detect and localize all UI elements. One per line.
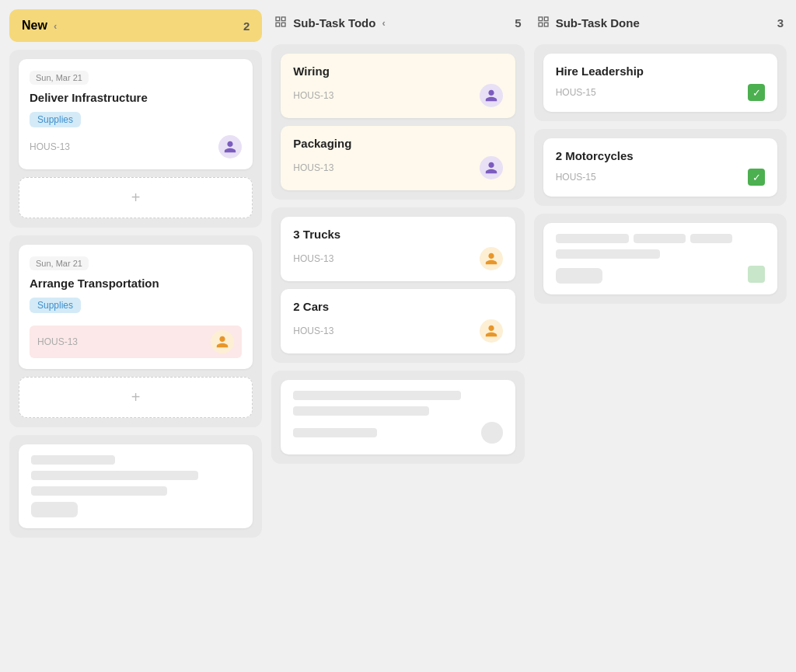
column-title-subtask-todo: Sub-Task Todo	[293, 16, 375, 30]
avatar-3trucks	[480, 247, 503, 270]
column-new: New ‹ 2 Sun, Mar 21 Deliver Infrastructu…	[9, 9, 262, 538]
card-deliver-infrastructure: Sun, Mar 21 Deliver Infrastructure Suppl…	[19, 59, 253, 169]
skeleton-card-done	[543, 223, 777, 294]
skeleton-card-todo	[281, 380, 515, 454]
svg-rect-3	[282, 23, 286, 26]
group-done-3-skeleton	[534, 214, 787, 304]
skeleton-line	[556, 249, 661, 259]
skeleton-line	[31, 486, 167, 496]
skeleton-line	[690, 234, 732, 243]
card-title-2: Arrange Transportation	[30, 277, 242, 290]
column-header-subtask-todo: Sub-Task Todo ‹ 5	[271, 9, 524, 37]
subtask-icon-done	[537, 16, 550, 30]
skeleton-tag	[31, 502, 78, 517]
card-tag-2: Supplies	[30, 298, 81, 313]
check-icon-2motorcycles: ✓	[748, 169, 765, 186]
add-card-button-1[interactable]: +	[19, 177, 253, 218]
column-subtask-done: Sub-Task Done 3 Hire Leadership HOUS-15 …	[534, 9, 787, 538]
card-footer-3trucks: HOUS-13	[293, 247, 502, 270]
card-2motorcycles: 2 Motorcycles HOUS-15 ✓	[543, 138, 777, 197]
svg-rect-2	[276, 23, 280, 26]
chevron-icon-todo[interactable]: ‹	[382, 17, 385, 29]
card-title-wiring: Wiring	[293, 64, 502, 78]
skeleton-line	[293, 406, 429, 416]
card-id-packaging: HOUS-13	[293, 162, 333, 173]
card-3trucks: 3 Trucks HOUS-13	[281, 217, 515, 281]
column-subtask-todo: Sub-Task Todo ‹ 5 Wiring HOUS-13 Packagi…	[271, 9, 524, 538]
skeleton-line	[556, 234, 629, 243]
card-footer-pink-2: HOUS-13	[30, 326, 242, 358]
group-todo-2: 3 Trucks HOUS-13 2 Cars HOUS-13	[271, 207, 524, 363]
chevron-icon-new[interactable]: ‹	[54, 20, 57, 32]
card-arrange-transportation: Sun, Mar 21 Arrange Transportation Suppl…	[19, 245, 253, 369]
card-title-packaging: Packaging	[293, 137, 502, 150]
card-title-hire-leadership: Hire Leadership	[556, 64, 765, 78]
avatar-2cars	[480, 319, 503, 343]
skeleton-line	[293, 391, 460, 400]
svg-rect-6	[539, 23, 543, 26]
card-title-2motorcycles: 2 Motorcycles	[556, 149, 765, 162]
card-tag-1: Supplies	[30, 112, 81, 127]
card-title-2cars: 2 Cars	[293, 300, 502, 313]
card-hire-leadership: Hire Leadership HOUS-15 ✓	[543, 54, 777, 112]
card-footer-2motorcycles: HOUS-15 ✓	[556, 169, 765, 186]
svg-rect-0	[276, 17, 280, 21]
card-date-1: Sun, Mar 21	[30, 71, 89, 85]
skeleton-line	[31, 455, 115, 465]
card-2cars: 2 Cars HOUS-13	[281, 289, 515, 353]
column-title-new: New	[22, 19, 47, 33]
card-id-1: HOUS-13	[30, 141, 70, 152]
add-card-button-2[interactable]: +	[19, 377, 253, 418]
group-new-2: Sun, Mar 21 Arrange Transportation Suppl…	[9, 235, 262, 427]
column-count-todo: 5	[515, 16, 521, 30]
svg-rect-7	[544, 23, 548, 26]
card-footer-packaging: HOUS-13	[293, 156, 502, 179]
column-title-subtask-done: Sub-Task Done	[556, 16, 640, 30]
card-wiring: Wiring HOUS-13	[281, 54, 515, 118]
column-header-subtask-done: Sub-Task Done 3	[534, 9, 787, 37]
column-count-new: 2	[243, 19, 250, 33]
check-icon-hire-leadership: ✓	[748, 84, 765, 101]
skeleton-tag-done	[556, 268, 602, 284]
card-footer-1: HOUS-13	[30, 135, 242, 158]
card-footer-2cars: HOUS-13	[293, 319, 502, 343]
skeleton-avatar	[481, 422, 503, 444]
card-id-2: HOUS-13	[37, 336, 78, 347]
column-header-new: New ‹ 2	[9, 9, 262, 42]
kanban-board: New ‹ 2 Sun, Mar 21 Deliver Infrastructu…	[9, 9, 787, 538]
group-todo-1: Wiring HOUS-13 Packaging HOUS-13	[271, 44, 524, 200]
card-id-hire-leadership: HOUS-15	[556, 87, 596, 98]
skeleton-line	[293, 428, 377, 437]
svg-rect-1	[282, 17, 286, 21]
card-packaging: Packaging HOUS-13	[281, 126, 515, 190]
skeleton-line	[634, 234, 686, 243]
skeleton-check	[748, 266, 765, 283]
card-id-wiring: HOUS-13	[293, 90, 333, 101]
card-title-1: Deliver Infrastructure	[30, 91, 242, 104]
group-done-1: Hire Leadership HOUS-15 ✓	[534, 44, 787, 121]
card-id-2cars: HOUS-13	[293, 326, 333, 336]
subtask-icon-todo	[274, 16, 287, 30]
card-id-2motorcycles: HOUS-15	[556, 172, 596, 183]
card-footer-wiring: HOUS-13	[293, 84, 502, 107]
group-todo-3-skeleton	[271, 371, 524, 464]
svg-rect-4	[539, 17, 543, 21]
skeleton-card-new	[19, 444, 253, 528]
column-count-done: 3	[777, 16, 784, 30]
avatar-packaging	[480, 156, 503, 179]
avatar-1	[218, 135, 242, 158]
skeleton-line	[31, 471, 198, 480]
svg-rect-5	[544, 17, 548, 21]
group-new-3-skeleton	[9, 435, 262, 538]
avatar-2	[211, 330, 234, 353]
card-footer-hire-leadership: HOUS-15 ✓	[556, 84, 765, 101]
group-new-1: Sun, Mar 21 Deliver Infrastructure Suppl…	[9, 50, 262, 228]
avatar-wiring	[480, 84, 503, 107]
card-title-3trucks: 3 Trucks	[293, 228, 502, 241]
group-done-2: 2 Motorcycles HOUS-15 ✓	[534, 129, 787, 206]
card-id-3trucks: HOUS-13	[293, 253, 333, 264]
card-date-2: Sun, Mar 21	[30, 256, 89, 270]
